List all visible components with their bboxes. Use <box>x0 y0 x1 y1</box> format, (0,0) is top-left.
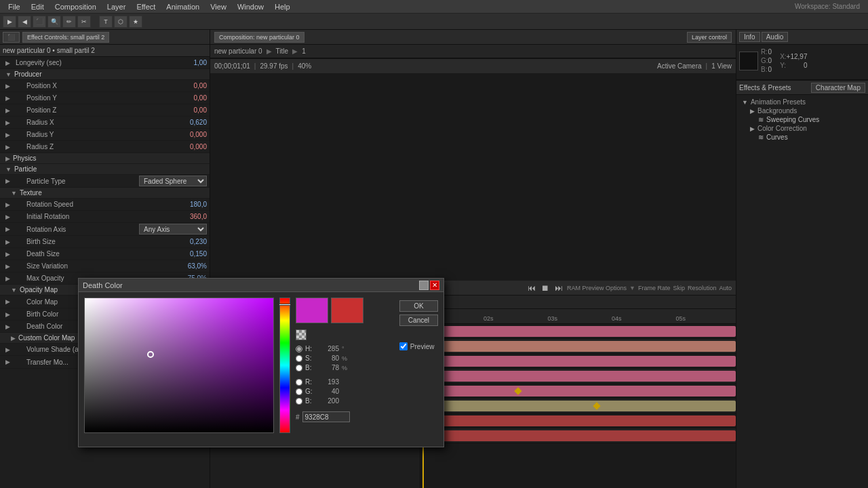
comp-viewport[interactable]: What we do in life echoes in ETERNITY 00… <box>210 58 736 73</box>
group-producer[interactable]: ▼ Producer <box>0 69 210 80</box>
tab-character-map[interactable]: Character Map <box>811 83 865 93</box>
size-var-value[interactable]: 63,0% <box>166 262 207 270</box>
hue-slider[interactable] <box>279 298 290 433</box>
track-6 <box>420 399 736 413</box>
eyedropper-icon[interactable] <box>296 329 307 340</box>
timeline-stop-btn[interactable]: ⏹ <box>540 283 551 293</box>
hsv-b-row: B: 78 % <box>296 364 394 371</box>
preview-checkbox-row: Preview <box>399 342 438 350</box>
menu-effect[interactable]: Effect <box>131 0 161 13</box>
group-producer-label: Producer <box>14 70 42 78</box>
posx-label: Position X <box>10 82 166 89</box>
track-bar-2 <box>420 341 736 352</box>
toolbar-btn-1[interactable]: ▶ <box>3 16 16 28</box>
comp-camera-label: Active Camera <box>657 62 702 70</box>
group-particle-label: Particle <box>14 165 37 173</box>
hex-input[interactable] <box>302 411 350 422</box>
particle-type-select[interactable]: Faded Sphere <box>139 176 207 186</box>
track-bar-7 <box>420 415 736 426</box>
radz-label: Radius Z <box>10 143 166 150</box>
rgb-g-value: 40 <box>319 388 339 395</box>
menu-window[interactable]: Window <box>232 0 269 13</box>
longevity-value[interactable]: 1,00 <box>166 59 207 66</box>
particle-type-label: Particle Type <box>10 178 139 185</box>
effects-presets-title: Effects & Presets <box>739 84 791 92</box>
death-size-value[interactable]: 0,150 <box>166 250 207 258</box>
radio-g[interactable] <box>296 388 302 395</box>
toolbar-btn-9[interactable]: ★ <box>129 16 142 28</box>
birth-size-label: Birth Size <box>10 238 166 245</box>
birth-size-value[interactable]: 0,230 <box>166 238 207 245</box>
toolbar-btn-2[interactable]: ◀ <box>18 16 31 28</box>
presets-curves[interactable]: ≋ Curves <box>739 133 865 142</box>
posx-value[interactable]: 0,00 <box>166 82 207 89</box>
dialog-close-btn[interactable]: ✕ <box>430 281 439 290</box>
dialog-minimize[interactable] <box>419 281 429 290</box>
track-bar-8 <box>420 430 736 441</box>
rot-axis-select[interactable]: Any Axis <box>139 224 207 235</box>
menu-animation[interactable]: Animation <box>161 0 205 13</box>
prop-radx: ▶ Radius X 0,620 <box>0 117 210 129</box>
toolbar-btn-5[interactable]: ✏ <box>62 16 76 28</box>
menu-view[interactable]: View <box>205 0 232 13</box>
layer-control-tab[interactable]: Layer control <box>687 32 732 43</box>
track-1 <box>420 324 736 339</box>
radio-s[interactable] <box>296 355 302 362</box>
radx-value[interactable]: 0,620 <box>166 119 207 126</box>
presets-backgrounds-folder[interactable]: ▶ Backgrounds <box>739 106 865 115</box>
radio-h[interactable] <box>296 346 302 352</box>
info-x: X: +12,97 <box>780 52 807 61</box>
ok-button[interactable]: OK <box>399 300 438 312</box>
toolbar-btn-6[interactable]: ✂ <box>77 16 91 28</box>
dialog-titlebar[interactable]: Death Color ✕ <box>79 279 443 292</box>
menu-file[interactable]: File <box>3 0 26 13</box>
color-gradient-picker[interactable] <box>84 298 274 433</box>
prop-init-rot: ▶ Initial Rotation 360,0 <box>0 211 210 223</box>
posy-value[interactable]: 0,00 <box>166 94 207 102</box>
preview-swatches <box>296 298 394 323</box>
radz-value[interactable]: 0,000 <box>166 143 207 150</box>
preview-checkbox[interactable] <box>399 342 408 350</box>
timeline-tracks[interactable]: ▼ 02s 03s 04s 05s <box>420 309 736 488</box>
menu-composition[interactable]: Composition <box>50 0 102 13</box>
prop-posz: ▶ Position Z 0,00 <box>0 104 210 117</box>
menu-layer[interactable]: Layer <box>102 0 132 13</box>
toolbar-btn-7[interactable]: T <box>99 16 113 28</box>
tab-audio[interactable]: Audio <box>762 32 789 42</box>
radio-b2[interactable] <box>296 398 302 405</box>
comp-footer: 00;00;01;01 | 29.97 fps | 40% Active Cam… <box>210 58 736 73</box>
rady-value[interactable]: 0,000 <box>166 131 207 138</box>
dialog-buttons: OK Cancel Preview <box>399 298 438 441</box>
cancel-button[interactable]: Cancel <box>399 314 438 326</box>
menu-help[interactable]: Help <box>269 0 296 13</box>
hex-hash: # <box>296 413 300 421</box>
posz-value[interactable]: 0,00 <box>166 106 207 114</box>
track-8 <box>420 428 736 443</box>
toolbar-btn-8[interactable]: ⬡ <box>114 16 127 28</box>
group-texture-label: Texture <box>20 189 42 197</box>
breadcrumb: new particular 0 • small partil 2 <box>3 47 95 54</box>
radio-r[interactable] <box>296 379 302 386</box>
toolbar-btn-3[interactable]: ⬛ <box>33 16 46 28</box>
timeline-play-btn[interactable]: ⏮ <box>526 283 537 293</box>
menu-edit[interactable]: Edit <box>26 0 50 13</box>
tab-info[interactable]: Info <box>739 32 760 42</box>
init-rot-value[interactable]: 360,0 <box>166 213 207 220</box>
info-y: Y: 0 <box>780 61 807 70</box>
group-particle[interactable]: ▼ Particle <box>0 164 210 175</box>
group-physics[interactable]: ▶ Physics <box>0 153 210 164</box>
rgb-r-value: 193 <box>319 378 339 386</box>
rot-speed-value[interactable]: 180,0 <box>166 201 207 208</box>
tab-effect-controls[interactable]: Effect Controls: small partil 2 <box>22 32 109 43</box>
hsv-h-value: 285 <box>319 345 339 352</box>
presets-animation-presets[interactable]: ▼ Animation Presets <box>739 98 865 106</box>
group-texture[interactable]: ▼ Texture <box>0 188 210 199</box>
presets-sweeping-curves[interactable]: ≋ Sweeping Curves <box>739 115 865 124</box>
presets-color-correction[interactable]: ▶ Color Correction <box>739 124 865 133</box>
timeline-next-btn[interactable]: ⏭ <box>553 283 564 293</box>
tab-project[interactable]: ⬛ <box>3 32 20 43</box>
comp-tab[interactable]: Composition: new particular 0 <box>214 32 304 43</box>
prop-death-size: ▶ Death Size 0,150 <box>0 248 210 260</box>
toolbar-btn-4[interactable]: 🔍 <box>47 16 61 28</box>
radio-b[interactable] <box>296 365 302 371</box>
